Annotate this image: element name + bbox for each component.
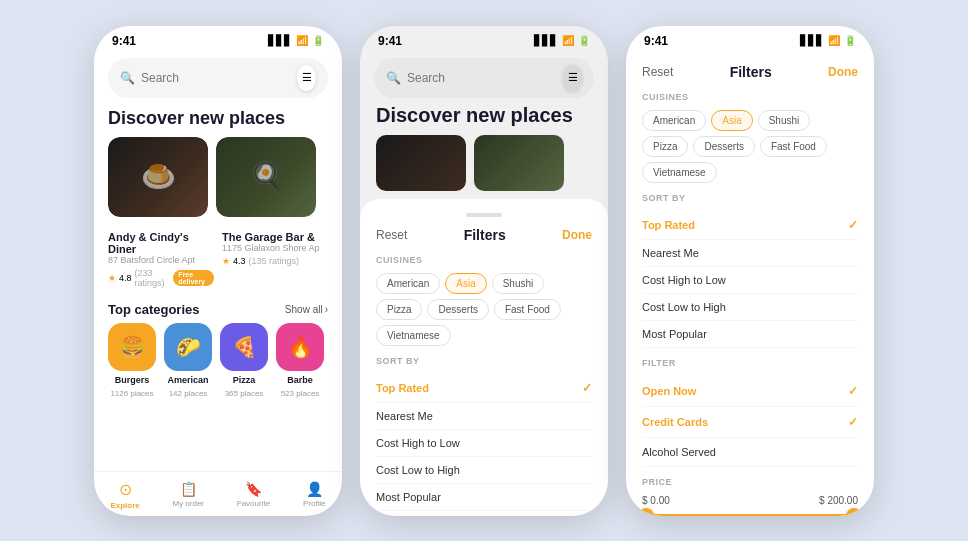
categories-title: Top categories xyxy=(108,302,200,317)
food-image-1: 🍮 xyxy=(108,137,208,217)
filter-title-2: Filters xyxy=(464,227,506,243)
done-button-3[interactable]: Done xyxy=(828,65,858,79)
phone-3: 9:41 ▋▋▋ 📶 🔋 Reset Filters Done CUISINES… xyxy=(626,26,874,516)
category-american[interactable]: 🌮 American 142 places xyxy=(164,323,212,398)
sort-top-rated[interactable]: Top Rated ✓ xyxy=(376,374,592,403)
search-icon-2: 🔍 xyxy=(386,71,401,85)
chip3-vietnamese[interactable]: Vietnamese xyxy=(642,162,717,183)
price-slider-3[interactable] xyxy=(642,514,858,516)
search-input-1[interactable] xyxy=(141,71,291,85)
rating-count-2: (135 ratings) xyxy=(249,256,300,266)
categories-row: 🍔 Burgers 1126 places 🌮 American 142 pla… xyxy=(94,323,342,398)
restaurant-name-2: The Garage Bar & xyxy=(222,231,328,243)
restaurant-rating-1: ★ 4.8 (233 ratings) Free delivery xyxy=(108,268,214,288)
chip-vietnamese[interactable]: Vietnamese xyxy=(376,325,451,346)
sort3-cost-low[interactable]: Cost Low to High xyxy=(642,294,858,321)
wifi-icon-2: 📶 xyxy=(562,35,574,46)
discover-title-2: Discover new places xyxy=(376,104,592,127)
nav-explore[interactable]: ⊙ Explore xyxy=(110,480,139,510)
category-pizza[interactable]: 🍕 Pizza 365 places xyxy=(220,323,268,398)
sort3-cost-high[interactable]: Cost High to Low xyxy=(642,267,858,294)
sort3-popular[interactable]: Most Popular xyxy=(642,321,858,348)
signal-icon: ▋▋▋ xyxy=(268,35,292,46)
battery-icon-3: 🔋 xyxy=(844,35,856,46)
chip-shushi[interactable]: Shushi xyxy=(492,273,545,294)
nav-explore-label: Explore xyxy=(110,501,139,510)
nav-myorder[interactable]: 📋 My order xyxy=(172,481,204,508)
filter-section-label-3: FILTER xyxy=(642,358,858,368)
filter-button-2[interactable]: ☰ xyxy=(563,65,582,91)
sort-popular[interactable]: Most Popular xyxy=(376,484,592,511)
wifi-icon: 📶 xyxy=(296,35,308,46)
filter3-credit-cards[interactable]: Credit Cards ✓ xyxy=(642,407,858,438)
chip-american[interactable]: American xyxy=(376,273,440,294)
price-labels-3: $ 0.00 $ 200.00 xyxy=(642,495,858,506)
chip3-pizza[interactable]: Pizza xyxy=(642,136,688,157)
chip3-fastfood[interactable]: Fast Food xyxy=(760,136,827,157)
chip-pizza[interactable]: Pizza xyxy=(376,299,422,320)
chip3-shushi[interactable]: Shushi xyxy=(758,110,811,131)
filter-header-3: Reset Filters Done xyxy=(642,64,858,80)
signal-icon-3: ▋▋▋ xyxy=(800,35,824,46)
american-icon-bg: 🌮 xyxy=(164,323,212,371)
chip3-desserts[interactable]: Desserts xyxy=(693,136,754,157)
done-button-2[interactable]: Done xyxy=(562,228,592,242)
filter-button-1[interactable]: ☰ xyxy=(297,65,316,91)
wifi-icon-3: 📶 xyxy=(828,35,840,46)
chevron-icon: › xyxy=(325,304,328,315)
discover-title-1: Discover new places xyxy=(94,104,342,137)
price-range-3: PRICE $ 0.00 $ 200.00 xyxy=(642,477,858,516)
price-max-3: $ 200.00 xyxy=(819,495,858,506)
filter-header-2: Reset Filters Done xyxy=(376,227,592,243)
nav-profile[interactable]: 👤 Profile xyxy=(303,481,326,508)
rating-count-1: (233 ratings) xyxy=(135,268,171,288)
filter-panel-2: Reset Filters Done CUISINES American Asi… xyxy=(360,199,608,516)
category-name-burgers: Burgers xyxy=(115,375,150,385)
star-icon-2: ★ xyxy=(222,256,230,266)
slider-thumb-right-3[interactable] xyxy=(846,508,862,516)
phone-2: 9:41 ▋▋▋ 📶 🔋 🔍 ☰ Discover new places Res… xyxy=(360,26,608,516)
filter3-open-now[interactable]: Open Now ✓ xyxy=(642,376,858,407)
sort-label-2: SORT BY xyxy=(376,356,592,366)
search-bar-2[interactable]: 🔍 ☰ xyxy=(374,58,594,98)
bg-food-2 xyxy=(474,135,564,191)
bg-discover: Discover new places xyxy=(360,104,608,199)
sort3-nearest[interactable]: Nearest Me xyxy=(642,240,858,267)
slider-thumb-left-3[interactable] xyxy=(638,508,654,516)
check3-open-now: ✓ xyxy=(848,384,858,398)
sort-cost-low[interactable]: Cost Low to High xyxy=(376,457,592,484)
chip-asia[interactable]: Asia xyxy=(445,273,486,294)
sort3-top-rated[interactable]: Top Rated ✓ xyxy=(642,211,858,240)
check3-toprated: ✓ xyxy=(848,218,858,232)
nav-favourite[interactable]: 🔖 Favourite xyxy=(237,481,270,508)
category-burgers[interactable]: 🍔 Burgers 1126 places xyxy=(108,323,156,398)
cuisines-label-3: CUISINES xyxy=(642,92,858,102)
show-all-button[interactable]: Show all › xyxy=(285,304,328,315)
chip-desserts[interactable]: Desserts xyxy=(427,299,488,320)
status-time-1: 9:41 xyxy=(112,34,136,48)
status-bar-2: 9:41 ▋▋▋ 📶 🔋 xyxy=(360,26,608,52)
chip-fastfood[interactable]: Fast Food xyxy=(494,299,561,320)
chip3-asia[interactable]: Asia xyxy=(711,110,752,131)
status-icons-1: ▋▋▋ 📶 🔋 xyxy=(268,35,324,46)
search-input-2[interactable] xyxy=(407,71,557,85)
delivery-badge-1: Free delivery xyxy=(173,270,214,286)
filter-items-3: Open Now ✓ Credit Cards ✓ Alcohol Served xyxy=(642,376,858,467)
sort-nearest[interactable]: Nearest Me xyxy=(376,403,592,430)
filter3-alcohol[interactable]: Alcohol Served xyxy=(642,438,858,467)
favourite-icon: 🔖 xyxy=(245,481,262,497)
bg-food-images xyxy=(376,135,592,191)
reset-button-3[interactable]: Reset xyxy=(642,65,673,79)
check3-credit-cards: ✓ xyxy=(848,415,858,429)
category-barbe[interactable]: 🔥 Barbe 523 places xyxy=(276,323,324,398)
sort-cost-high[interactable]: Cost High to Low xyxy=(376,430,592,457)
category-name-american: American xyxy=(167,375,208,385)
chip3-american[interactable]: American xyxy=(642,110,706,131)
search-icon-1: 🔍 xyxy=(120,71,135,85)
barbe-icon-bg: 🔥 xyxy=(276,323,324,371)
phone-1: 9:41 ▋▋▋ 📶 🔋 🔍 ☰ Discover new places 🍮 🍳 xyxy=(94,26,342,516)
reset-button-2[interactable]: Reset xyxy=(376,228,407,242)
nav-myorder-label: My order xyxy=(172,499,204,508)
status-icons-3: ▋▋▋ 📶 🔋 xyxy=(800,35,856,46)
search-bar-1[interactable]: 🔍 ☰ xyxy=(108,58,328,98)
